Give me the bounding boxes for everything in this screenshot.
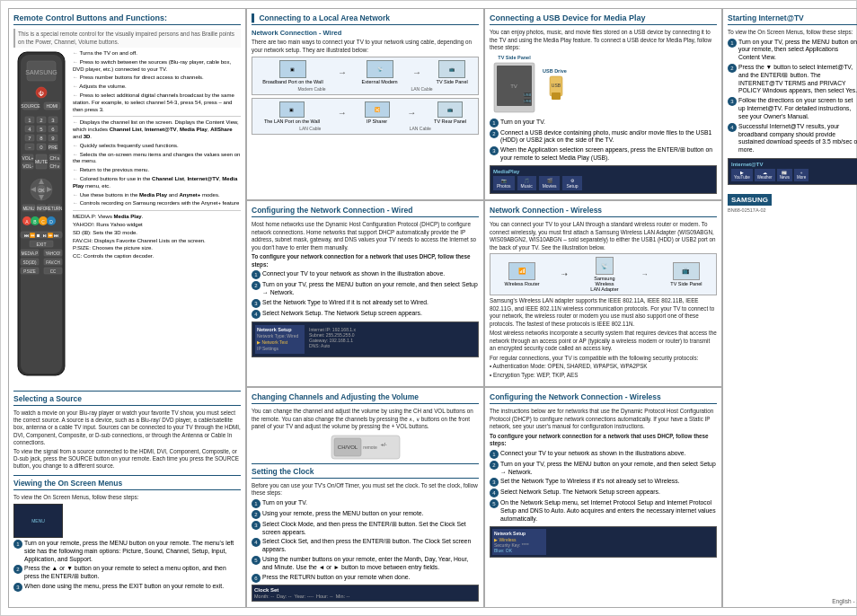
internet-tv-screen: Internet@TV ▶YouTube ☁Weather 📰News +Mor…: [728, 158, 857, 185]
internet-tv-section: Starting Internet@TV To view the On Scre…: [722, 8, 857, 608]
wireless-auth: • Authentication Mode: OPEN, SHARED, WPA…: [490, 363, 717, 371]
usb-drive-svg: USB: [543, 75, 570, 106]
photos-icon: 📷Photos: [493, 176, 515, 190]
svg-text:SOURCE: SOURCE: [21, 103, 40, 109]
svg-text:+/-: +/-: [380, 442, 386, 447]
network-wired-subtitle: Network Connection - Wired: [252, 29, 479, 37]
adapter-icon: 📡: [596, 257, 614, 275]
label-7: ← Quickly selects frequently used functi…: [73, 143, 241, 150]
diagram-label-ipsharer: 🔀 IP Sharer: [365, 101, 390, 124]
label-yahoo: YAHOO!: Runs Yahoo widget: [73, 222, 241, 229]
setting-clock-intro: Before you can use your TV's On/Off Time…: [252, 482, 479, 497]
wired-step-4: 4 Select Network Setup. The Network Setu…: [252, 310, 479, 319]
internet-step-2: 2 Press the ▼ button to select Internet@…: [728, 64, 857, 95]
lan-wall-box: ▣: [279, 101, 305, 118]
svg-text:USB: USB: [524, 92, 532, 97]
svg-text:USB: USB: [524, 99, 532, 103]
label-9: ← Return to the previous menu.: [73, 167, 241, 174]
network-config-wired-content: Most home networks use the Dynamic Host …: [252, 221, 479, 251]
label-psize: P.SIZE: Chooses the picture size.: [73, 245, 241, 252]
wireless-setup-menu: Network Setup ▶ Wireless Security Key: *…: [492, 529, 546, 555]
svg-text:CH∨: CH∨: [49, 163, 59, 169]
label-11: ← Use these buttons in the Media Play an…: [73, 192, 241, 199]
remote-title: Remote Control Buttons and Functions:: [13, 13, 241, 25]
wireless-config-content: The instructions below are for networks …: [490, 408, 717, 431]
internet-step-1: 1 Turn on your TV, press the MENU button…: [728, 39, 857, 62]
label-sd: SD (⊞): Sets the 3D mode.: [73, 230, 241, 237]
label-8: ← Selects the on-screen menu items and c…: [73, 152, 241, 166]
remote-svg: SAMSUNG ⏻ SOURCE HDMI 1 2 3: [13, 50, 69, 383]
diagram-ip-sharer: ▣ The LAN Port on the Wall → 🔀 IP Sharer…: [252, 98, 479, 135]
network-config-wired-title: Configuring the Network Connection - Wir…: [252, 206, 479, 217]
internet-step-4: 4 Successful Internet@TV results, your b…: [728, 123, 857, 154]
media-play-screen: MediaPlay 📷Photos 🎵Music 🎬Movies ⚙Setup: [490, 165, 717, 194]
wireless-setup-screen: Network Setup ▶ Wireless Security Key: *…: [490, 526, 717, 558]
svg-text:RETURN: RETURN: [46, 207, 63, 211]
svg-text:D: D: [49, 219, 53, 224]
svg-text:–: –: [29, 145, 31, 150]
clock-step-1: 1 Turn on your TV.: [252, 499, 479, 508]
network-config-wired-intro: To configure your network connection for…: [252, 253, 479, 268]
wireless-config-steps: 1 Connect your TV to your network as sho…: [490, 450, 717, 524]
usb-steps: 1 Turn on your TV. 2 Connect a USB devic…: [490, 119, 717, 163]
on-screen-step-1: 1 Turn on your remote, press the MENU bu…: [13, 540, 241, 563]
svg-text:PRE: PRE: [49, 145, 58, 150]
arrow1: →: [338, 67, 347, 77]
diagram-label-broadband: ▣ Broadband Port on the Wall: [262, 60, 322, 84]
wireless-tv-item: 📺 TV Side Panel: [670, 262, 702, 286]
remote-diagram-area: SAMSUNG ⏻ SOURCE HDMI 1 2 3: [13, 50, 241, 383]
diagram-label-modem: 📡 External Modem: [362, 60, 398, 84]
svg-text:SAMSUNG: SAMSUNG: [25, 69, 57, 75]
internet-step-3: 3 Follow the directions on your screen t…: [728, 97, 857, 120]
usb-intro: You can enjoy photos, music, and movie f…: [490, 29, 717, 52]
model-code: BN68-02517A-02: [728, 207, 857, 214]
svg-text:VOL+: VOL+: [22, 155, 34, 161]
network-title: ▌ Connecting to a Local Area Network: [252, 13, 479, 25]
svg-text:OK: OK: [38, 188, 45, 193]
news-icon: 📰News: [777, 169, 792, 181]
cable-labels: Modem Cable LAN Cable: [255, 86, 475, 92]
svg-text:YAHOO!: YAHOO!: [45, 251, 60, 256]
page-footer: English - 2: [832, 598, 857, 604]
label-mediap: MEDIA.P: Views Media Play.: [73, 214, 241, 221]
network-config-wired-section: Configuring the Network Connection - Wir…: [246, 200, 484, 387]
label-3: ← Press number buttons for direct access…: [73, 75, 241, 82]
diagram-label-tv1: 📺 TV Side Panel: [437, 60, 468, 84]
wireless-step-3: 3 Set the Network Type to Wireless if it…: [490, 478, 717, 487]
usb-step-1: 1 Turn on your TV.: [490, 119, 717, 128]
svg-text:⏻: ⏻: [39, 91, 44, 96]
menu-screenshot: MENU: [13, 504, 241, 538]
svg-text:SD(3D): SD(3D): [22, 260, 37, 265]
svg-text:MENU: MENU: [22, 207, 34, 211]
media-play-icons: 📷Photos 🎵Music 🎬Movies ⚙Setup: [493, 176, 713, 190]
clock-step-5: 5 Using the number buttons on your remot…: [252, 556, 479, 572]
network-setup-details: Internet IP: 192.168.1.x Subnet: 255.255…: [307, 325, 475, 354]
wireless-content: You can connect your TV to your LAN thro…: [490, 221, 717, 251]
arrow2: →: [412, 67, 421, 77]
changing-channels-content: You can change the channel and adjust th…: [252, 408, 479, 431]
internet-app-icons: ▶YouTube ☁Weather 📰News +More: [731, 169, 856, 181]
internet-tv-intro: To view the On Screen Menus, follow thes…: [728, 29, 857, 37]
label-favch: FAV.CH: Displays Favorite Channel Lists …: [73, 238, 241, 245]
remote-labels-column: ← Turns the TV on and off. ← Press to sw…: [73, 50, 241, 383]
svg-text:P.SIZE: P.SIZE: [23, 269, 36, 274]
tv-box1: 📺: [438, 60, 465, 78]
cable-labels2: LAN Cable LAN Cable: [255, 126, 475, 131]
tv-side-svg: TV USB USB: [490, 61, 539, 115]
setting-clock-title: Setting the Clock: [252, 467, 479, 479]
svg-text:CH∧: CH∧: [49, 155, 59, 161]
router-icon: 📶: [508, 262, 535, 280]
svg-text:FAV.CH: FAV.CH: [46, 260, 60, 265]
remote-mini-svg: CH/VOL +/- remote: [330, 434, 402, 461]
wireless-section: Network Connection - Wireless You can co…: [484, 200, 722, 387]
svg-text:MUTE: MUTE: [35, 159, 49, 164]
svg-text:CC: CC: [50, 269, 57, 274]
usb-title: Connecting a USB Device for Media Play: [490, 13, 717, 25]
wired-step-2: 2 Turn on your TV, press the MENU button…: [252, 281, 479, 297]
wireless-tv-icon: 📺: [673, 262, 700, 280]
page-container: Remote Control Buttons and Functions: Th…: [0, 0, 857, 616]
diagram-modem: ▣ Broadband Port on the Wall → 📡 Externa…: [252, 57, 479, 95]
network-wired-content: There are two main ways to connect your …: [252, 39, 479, 54]
arrow4: →: [407, 108, 416, 118]
clock-fields: Month: -- Day: -- Year: ---- Hour: -- Mi…: [254, 594, 476, 599]
